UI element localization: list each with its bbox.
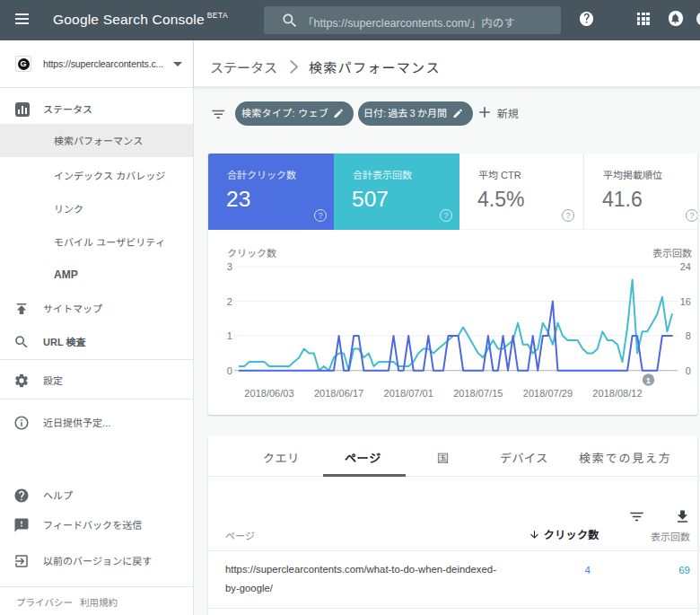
svg-text:2018/06/03: 2018/06/03 <box>244 388 293 399</box>
svg-text:1: 1 <box>646 375 652 385</box>
svg-text:1: 1 <box>227 330 232 341</box>
svg-text:8: 8 <box>686 330 691 341</box>
svg-text:16: 16 <box>680 296 691 307</box>
svg-text:2018/06/17: 2018/06/17 <box>314 388 363 399</box>
svg-text:2018/08/12: 2018/08/12 <box>592 388 642 399</box>
svg-text:2018/07/01: 2018/07/01 <box>384 388 433 399</box>
svg-text:0: 0 <box>686 365 691 376</box>
svg-text:3: 3 <box>227 261 232 272</box>
svg-text:0: 0 <box>227 365 232 376</box>
svg-text:2018/07/15: 2018/07/15 <box>453 388 503 399</box>
svg-text:2018/07/29: 2018/07/29 <box>523 388 573 399</box>
svg-text:24: 24 <box>680 261 691 272</box>
svg-text:2: 2 <box>227 296 232 307</box>
